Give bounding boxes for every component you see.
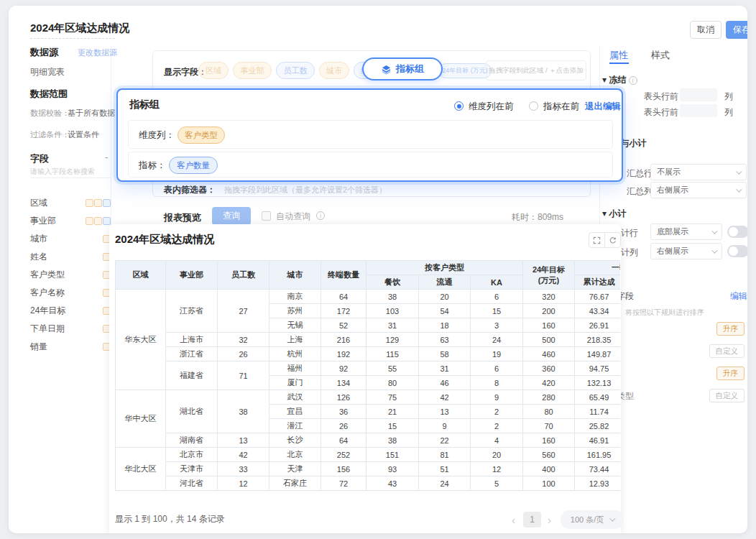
col-header: 事业部 bbox=[166, 261, 218, 290]
radio-metric-first-label[interactable]: 指标在前 bbox=[543, 101, 579, 113]
subtotal-row-dropdown[interactable]: 底部展示 bbox=[650, 224, 722, 240]
sort-order-badge[interactable]: 自定义 bbox=[709, 389, 745, 402]
freeze-row1-input[interactable] bbox=[680, 88, 717, 101]
table-cell: 103 bbox=[367, 304, 419, 318]
subtotal-row-toggle[interactable] bbox=[727, 226, 747, 238]
field-search-input[interactable] bbox=[30, 165, 111, 178]
radio-metric-first[interactable] bbox=[529, 101, 538, 111]
table-cell: 132.13 bbox=[575, 376, 621, 390]
drop-field-hint[interactable]: 拖拽字段到此区域 / ＋点击添加 bbox=[486, 60, 586, 80]
radio-dimension-first[interactable] bbox=[454, 101, 464, 111]
table-cell: 厦门 bbox=[269, 376, 321, 390]
page-size-select[interactable]: 100 条/页 bbox=[561, 510, 624, 529]
field-item-下单日期[interactable]: 下单日期 bbox=[30, 323, 111, 334]
display-field-pill-城市[interactable]: 城市 bbox=[319, 62, 349, 79]
field-tag-icon bbox=[86, 217, 93, 225]
table-cell: 81 bbox=[419, 448, 471, 462]
metric-pill[interactable]: 客户数量 bbox=[169, 157, 218, 174]
exit-edit-link[interactable]: 退出编辑 bbox=[585, 101, 621, 113]
report-table: 区域事业部员工数城市终端数量按客户类型24年目标 (万元)一季度餐饮流通KA累计… bbox=[115, 260, 620, 491]
table-cell: 55 bbox=[367, 361, 419, 376]
title-underline bbox=[30, 38, 115, 39]
tab-properties[interactable]: 属性 bbox=[609, 49, 628, 62]
target-field-pill[interactable]: 24年目标 (万元) bbox=[438, 63, 492, 78]
table-cell: 460 bbox=[523, 347, 575, 361]
field-item-事业部[interactable]: 事业部 bbox=[30, 215, 111, 226]
dimension-pill[interactable]: 客户类型 bbox=[178, 126, 225, 144]
sort-edit-link[interactable]: 编辑 bbox=[730, 290, 747, 303]
table-cell: 25.82 bbox=[575, 419, 621, 433]
field-item-客户类型[interactable]: 客户类型 bbox=[30, 269, 111, 280]
field-item-销量[interactable]: 销量 bbox=[30, 341, 111, 352]
freeze-section-header[interactable]: ▾ 冻结 i bbox=[602, 74, 637, 86]
table-cell: 200 bbox=[523, 304, 575, 318]
table-cell: 26 bbox=[218, 347, 269, 361]
dimension-label: 维度列： bbox=[139, 129, 175, 142]
table-cell: 160 bbox=[523, 433, 575, 448]
display-field-pill-区域[interactable]: 区域 bbox=[198, 62, 229, 79]
table-cell: 51 bbox=[419, 462, 471, 476]
subtotal-section-header[interactable]: ▾ 小计 bbox=[602, 208, 626, 220]
summary-row-dropdown[interactable]: 不展示 bbox=[650, 164, 747, 180]
table-cell: 2 bbox=[471, 419, 523, 433]
auto-query-checkbox[interactable] bbox=[262, 211, 271, 221]
table-cell: 42 bbox=[218, 448, 269, 462]
refresh-icon[interactable] bbox=[604, 233, 620, 247]
table-cell: 73.44 bbox=[575, 462, 621, 476]
table-cell: 38 bbox=[367, 290, 419, 304]
sort-rule-row: 自定义 bbox=[599, 344, 746, 357]
page-number[interactable]: 1 bbox=[523, 512, 541, 528]
report-table-container[interactable]: 区域事业部员工数城市终端数量按客户类型24年目标 (万元)一季度餐饮流通KA累计… bbox=[115, 260, 620, 494]
chevron-down-icon bbox=[736, 168, 742, 174]
subtotal-col-dropdown[interactable]: 右侧展示 bbox=[650, 243, 722, 259]
report-toolbar bbox=[589, 232, 621, 248]
sort-order-badge[interactable]: 升序 bbox=[716, 367, 745, 380]
table-cell: 26 bbox=[321, 419, 367, 433]
table-filter-hint[interactable]: 拖拽字段到此区域（最多允许设置2个筛选器） bbox=[224, 185, 387, 195]
save-button[interactable]: 保存 bbox=[726, 21, 747, 39]
prev-page-icon[interactable]: ‹ bbox=[512, 514, 515, 526]
chevron-down-icon bbox=[711, 247, 717, 253]
freeze-row2-input[interactable] bbox=[680, 104, 717, 117]
query-button[interactable]: 查询 bbox=[212, 207, 251, 225]
field-item-区域[interactable]: 区域 bbox=[30, 197, 111, 208]
subtotal-col-toggle[interactable] bbox=[727, 245, 747, 257]
table-cell: 32 bbox=[218, 333, 269, 347]
field-item-24年目标[interactable]: 24年目标 bbox=[30, 305, 111, 316]
metric-group-pill[interactable]: 指标组 bbox=[362, 57, 443, 80]
sort-rule-row: 升序 bbox=[599, 322, 746, 335]
filter-cond-value[interactable]: 设置条件 bbox=[68, 129, 99, 140]
field-item-客户名称[interactable]: 客户名称 bbox=[30, 287, 111, 298]
cancel-button[interactable]: 取消 bbox=[690, 21, 722, 39]
table-cell: 100 bbox=[523, 476, 575, 491]
dimension-row[interactable]: 维度列： 客户类型 bbox=[128, 120, 613, 149]
table-cell: 华东大区 bbox=[116, 290, 166, 390]
next-page-icon[interactable]: › bbox=[548, 514, 551, 526]
table-filter-label: 表内筛选器： bbox=[164, 184, 216, 196]
summary-col-dropdown[interactable]: 右侧展示 bbox=[650, 182, 747, 198]
fields-label: 字段 bbox=[30, 152, 49, 165]
table-cell: 20 bbox=[419, 290, 471, 304]
table-cell: 杭州 bbox=[269, 347, 321, 361]
change-datasource-link[interactable]: 更改数据源 bbox=[78, 47, 117, 58]
display-field-pill-事业部[interactable]: 事业部 bbox=[233, 62, 272, 79]
display-field-pill-员工数[interactable]: 员工数 bbox=[276, 62, 315, 79]
field-item-城市[interactable]: 城市 bbox=[30, 233, 111, 244]
table-cell: 71 bbox=[218, 361, 269, 390]
radio-dimension-first-label[interactable]: 维度列在前 bbox=[469, 101, 514, 113]
freeze-row2-prefix: 前 bbox=[670, 106, 678, 119]
expand-icon[interactable] bbox=[589, 233, 604, 247]
fields-collapse-icon[interactable]: - bbox=[105, 152, 108, 162]
table-cell: 252 bbox=[321, 448, 367, 462]
metric-label: 指标： bbox=[139, 160, 166, 172]
table-cell: 湖南省 bbox=[166, 433, 218, 448]
sort-order-badge[interactable]: 升序 bbox=[716, 322, 745, 336]
metric-row[interactable]: 指标： 客户数量 bbox=[128, 152, 613, 178]
sort-order-badge[interactable]: 自定义 bbox=[709, 344, 745, 358]
freeze-row1-label: 表头行 bbox=[644, 91, 670, 103]
field-item-姓名[interactable]: 姓名 bbox=[30, 251, 111, 262]
data-check-value[interactable]: 基于所有数据 bbox=[68, 108, 115, 119]
field-name: 销量 bbox=[30, 341, 47, 353]
tab-style[interactable]: 样式 bbox=[651, 49, 670, 62]
record-count: 显示 1 到 100，共 14 条记录 bbox=[115, 513, 225, 525]
